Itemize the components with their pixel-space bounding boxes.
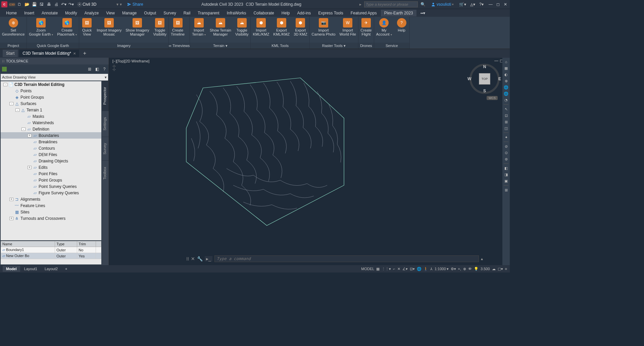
plot-icon[interactable]: 🖶 — [46, 2, 52, 7]
world-icon[interactable]: 🌐 — [417, 267, 422, 271]
menu-view[interactable]: View — [103, 10, 118, 16]
minimize-button[interactable]: — — [488, 1, 494, 7]
nav-star-icon[interactable]: ✦ — [503, 135, 509, 140]
nav-home-icon[interactable]: ⌂ — [503, 59, 509, 64]
new-tab-button[interactable]: + — [81, 50, 89, 56]
ribbon-import-camera-photo[interactable]: 📷Import Camera Photo — [310, 17, 338, 38]
user-menu[interactable]: vsoulioti ▾ — [431, 2, 454, 7]
viewcube-top[interactable]: TOP — [479, 73, 490, 85]
tree-contours[interactable]: ▱Contours — [1, 145, 101, 151]
tree-feature-lines[interactable]: 〰Feature Lines — [1, 202, 101, 209]
menu-collaborate[interactable]: Collaborate — [250, 10, 277, 16]
tree-figure-survey-queries[interactable]: ▱Figure Survey Queries — [1, 190, 101, 196]
nav-i-icon[interactable]: ⊘ — [503, 144, 509, 149]
ribbon-export-kml-kmz[interactable]: ⬢Export KML/KMZ — [271, 17, 292, 38]
ribbon-toggle-visibility[interactable]: 🖼Toggle Visibility — [151, 17, 168, 38]
nav-f-icon[interactable]: ⊡ — [503, 113, 509, 118]
menu-plex-earth-2023[interactable]: Plex-Earth 2023 — [381, 10, 416, 16]
snap-icon[interactable]: ⊡▾ — [410, 267, 415, 271]
close-button[interactable]: ✕ — [502, 1, 508, 7]
tree-boundaries[interactable]: +▱Boundaries — [1, 132, 101, 139]
maximize-button[interactable]: ◻ — [495, 1, 501, 7]
nav-globe-icon[interactable]: 🌐 — [503, 85, 509, 90]
saveas-icon[interactable]: 🖫 — [39, 2, 44, 7]
autodesk-icon[interactable]: ◬▾ — [470, 2, 475, 7]
new-icon[interactable]: 🗋 — [17, 2, 22, 7]
table-row[interactable]: ▱ New Outer BoOuterYes — [1, 253, 101, 259]
nav-g-icon[interactable]: ⊞ — [503, 119, 509, 125]
tree-c3d-terrain-model-editing[interactable]: -📄C3D Terrain Model Editing — [1, 81, 101, 88]
search-input[interactable] — [364, 1, 418, 7]
tree-terrain-1[interactable]: -△Terrain 1 — [1, 107, 101, 113]
grid-icon[interactable]: ▦ — [376, 267, 380, 271]
menu2-icon[interactable]: ≡ — [505, 267, 507, 271]
nav-globe2-icon[interactable]: 🌐 — [503, 91, 509, 96]
view-dropdown[interactable]: Active Drawing View▾ — [1, 74, 108, 81]
ribbon-quick-view[interactable]: 🖼Quick View — [79, 17, 95, 38]
tree-surfaces[interactable]: -△Surfaces — [1, 100, 101, 107]
menu-home[interactable]: Home — [3, 10, 20, 16]
save-icon[interactable]: 💾 — [32, 2, 37, 7]
tripod-icon[interactable]: ⅄ — [430, 267, 433, 271]
grid-header[interactable]: Name — [1, 241, 55, 247]
menu-help[interactable]: Help — [278, 10, 293, 16]
tree-point-files[interactable]: ▱Point Files — [1, 170, 101, 177]
menu-add-ins[interactable]: Add-ins — [294, 10, 314, 16]
tree-alignments[interactable]: +⊐Alignments — [1, 196, 101, 202]
ribbon-show-imagery-manager[interactable]: 🖼Show Imagery Manager — [123, 17, 151, 38]
tree-drawing-objects[interactable]: ▱Drawing Objects — [1, 158, 101, 164]
search-icon[interactable]: 🔍 — [420, 2, 426, 7]
nav-h-icon[interactable]: ◫ — [503, 126, 509, 131]
ribbon-create-flight[interactable]: ✈Create Flight — [358, 17, 374, 38]
ribbon-help[interactable]: ?Help — [394, 17, 409, 34]
vtab-settings[interactable]: Settings — [102, 111, 109, 137]
layout-tab-layout2[interactable]: Layout2 — [41, 266, 61, 272]
nav-o-icon[interactable]: ⊞ — [503, 187, 509, 193]
nav-e-icon[interactable]: ◔ — [503, 97, 509, 103]
ribbon-import-world-file[interactable]: WImport World File — [338, 17, 358, 38]
tree-point-groups[interactable]: ◈Point Groups — [1, 94, 101, 100]
plus2-icon[interactable]: +, — [458, 267, 461, 271]
command-input[interactable] — [214, 255, 479, 262]
ribbon-show-terrain-manager[interactable]: ⛰Show Terrain Manager — [208, 17, 233, 38]
tree-watersheds[interactable]: ▱Watersheds — [1, 119, 101, 126]
menu-infraworks[interactable]: InfraWorks — [224, 10, 250, 16]
tree-point-groups[interactable]: ▱Point Groups — [1, 177, 101, 183]
box-icon[interactable]: ▢▾ — [498, 267, 503, 271]
nav-n-icon[interactable]: ▣ — [503, 178, 509, 184]
scale-display[interactable]: 1:1000 ▾ — [435, 267, 449, 271]
grid2-icon[interactable]: ⋮⋮▾ — [382, 267, 391, 271]
ribbon-create-timeline[interactable]: 🖼Create Timeline — [169, 17, 187, 38]
tool-a-icon[interactable]: ⊞ — [87, 66, 93, 72]
caret-icon[interactable]: ▸ — [359, 2, 361, 7]
ribbon-zoom-google-earth[interactable]: 🌎Zoom Google Earth ▾ — [27, 17, 55, 38]
menu-express-tools[interactable]: Express Tools — [315, 10, 346, 16]
ribbon-toggle-visibility[interactable]: ⛰Toggle Visibility — [233, 17, 251, 38]
file-tab-c3d-terrain-model-editing-[interactable]: C3D Terrain Model Editing*✕ — [19, 50, 79, 57]
nav-k-icon[interactable]: ⊚ — [503, 156, 509, 162]
prospector-tree[interactable]: -📄C3D Terrain Model Editing◇Points◈Point… — [1, 81, 101, 240]
nav2-icon[interactable]: ⊕ — [463, 267, 466, 271]
menu-transparent[interactable]: Transparent — [194, 10, 222, 16]
cmd-settings-icon[interactable]: 🔧 — [197, 256, 203, 261]
open-icon[interactable]: 📂 — [24, 2, 30, 7]
tree-turnouts-and-crossovers[interactable]: +⋔Turnouts and Crossovers — [1, 215, 101, 221]
ribbon-create-placemark[interactable]: 🌎Create Placemark ▾ — [55, 17, 79, 38]
status-model[interactable]: MODEL — [361, 267, 374, 271]
nav-m-icon[interactable]: ◨ — [503, 172, 509, 177]
polar-icon[interactable]: ✕ — [397, 267, 400, 271]
menu-overflow[interactable]: ▪▪▾ — [417, 10, 429, 16]
nav-b-icon[interactable]: ◐ — [503, 72, 509, 77]
menu-featured-apps[interactable]: Featured Apps — [347, 10, 380, 16]
tree-view-icon[interactable] — [1, 66, 7, 72]
menu-survey[interactable]: Survey — [160, 10, 179, 16]
ribbon-my-account[interactable]: 👤My Account ▾ — [374, 17, 394, 38]
tree-edits[interactable]: +▱Edits — [1, 164, 101, 170]
ribbon-set-georeference[interactable]: ⊕Set Georeference — [0, 17, 27, 38]
ribbon-import-imagery-mosaic[interactable]: 🖼Import Imagery Mosaic — [95, 17, 123, 38]
cloud-icon[interactable]: ☁ — [492, 267, 496, 271]
tree-breaklines[interactable]: ▱Breaklines — [1, 139, 101, 145]
ribbon-import-kml-kmz[interactable]: ⬢Import KML/KMZ — [251, 17, 271, 38]
view-cube[interactable]: N S E W TOP — [469, 64, 500, 94]
cmd-grip-icon[interactable]: ⁞⁞ — [186, 256, 189, 261]
